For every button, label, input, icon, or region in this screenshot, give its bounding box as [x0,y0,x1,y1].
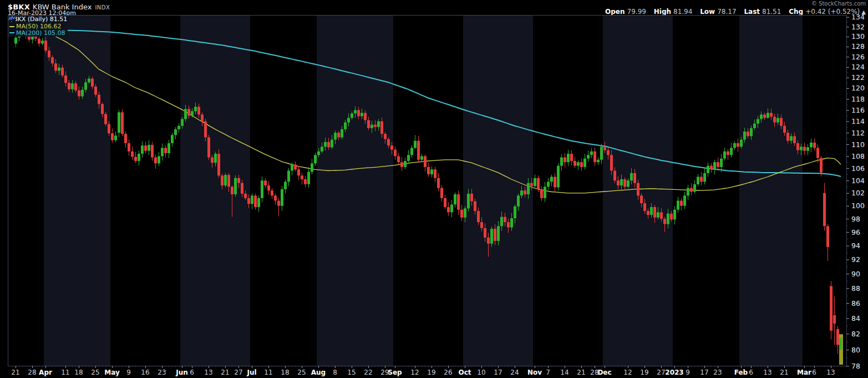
y-axis-label: 106 [851,164,865,173]
y-axis-label: 126 [851,53,865,61]
x-axis-week-label: 10 [477,369,485,376]
y-axis-label: 108 [851,152,865,160]
y-axis-label: 96 [851,228,860,236]
x-axis-week-label: 22 [364,369,372,376]
x-axis-month-label: Sep [388,369,402,376]
x-axis-month-label: Oct [458,369,471,376]
y-axis-label: 98 [851,215,860,223]
y-axis-label: 82 [851,330,860,338]
y-axis-label: 132 [851,23,865,31]
y-axis-label: 128 [851,42,865,51]
x-axis-week-label: 7 [546,369,550,376]
y-axis-label: 134 [851,13,865,21]
x-axis-month-label: Aug [311,369,326,376]
x-axis-week-label: 6 [812,369,816,376]
x-axis: 2128Apr111825May91623Jun6132127Jul111825… [11,366,841,376]
x-axis-week-label: 25 [91,369,99,376]
candlesticks [14,24,843,365]
x-axis-week-label: 9 [126,369,131,376]
x-axis-week-label: 16 [141,369,149,376]
x-axis-week-label: 11 [264,369,272,376]
x-axis-week-label: 28 [28,369,36,376]
y-axis-label: 94 [851,241,860,250]
ma50-dash-icon [9,26,14,27]
y-axis-label: 92 [851,255,860,264]
x-axis-week-label: 19 [640,369,648,376]
legend-ma200-label: MA(200) 105.08 [16,30,65,36]
x-axis-week-label: 18 [281,369,289,376]
x-axis-month-label: Mar [797,369,811,376]
x-axis-week-label: 21 [221,369,229,376]
y-axis-label: 84 [851,314,860,322]
y-axis-label: 110 [851,140,865,149]
y-axis-label: 112 [851,129,865,137]
y-axis-label: 80 [851,346,860,354]
x-axis-week-label: 13 [826,369,835,376]
ma200-dash-icon [9,32,14,33]
x-axis-week-label: 25 [297,369,306,376]
x-axis-week-label: 12 [623,369,632,376]
x-axis-week-label: 19 [427,369,435,376]
x-axis-month-label: Feb [734,369,748,376]
legend-symbol-label: $BKX (Daily) 81.51 [9,16,67,22]
x-axis-week-label: 23 [158,369,166,376]
y-axis-label: 116 [851,106,865,114]
x-axis-week-label: 11 [61,369,69,376]
x-axis-week-label: 21 [577,369,585,376]
x-axis-week-label: 14 [560,369,568,376]
y-axis-label: 102 [851,189,865,197]
x-axis-month-label: Jul [246,369,256,376]
plot-frame [8,16,847,366]
x-axis-week-label: 26 [444,369,452,376]
y-axis-label: 114 [851,117,865,125]
y-axis-label: 124 [851,63,865,71]
x-axis-week-label: 27 [657,369,665,376]
y-axis-label: 86 [851,299,860,308]
x-axis-week-label: 13 [204,369,212,376]
x-axis-week-label: 17 [700,369,708,376]
x-axis-month-label: Dec [597,369,611,376]
y-axis-label: 118 [851,95,865,103]
y-axis-label: 100 [851,201,865,210]
y-axis-label: 88 [851,284,860,293]
x-axis-week-label: 21 [780,369,788,376]
x-axis-week-label: 6 [190,369,194,376]
x-axis-week-label: 13 [763,369,771,376]
y-axis-label: 122 [851,73,865,82]
chart-legend: $BKX (Daily) 81.51 MA(50) 106.62 MA(200)… [8,16,69,35]
x-axis-month-label: Apr [39,369,52,376]
stockcharts-daily-chart: $BKXKBW Bank IndexINDX 16-Mar-2023 12:04… [0,0,868,378]
x-axis-month-label: Jun [175,369,188,376]
y-axis-label: 78 [851,362,860,370]
x-axis-week-label: 6 [749,369,753,376]
chart-canvas: 2128Apr111825May91623Jun6132127Jul111825… [0,0,868,378]
x-axis-week-label: 8 [333,369,337,376]
x-axis-week-label: 12 [410,369,419,376]
legend-item-ma200: MA(200) 105.08 [8,29,68,37]
x-axis-month-label: May [104,369,120,376]
y-axis: 7880828486889092949698100102104106108110… [846,13,865,370]
y-axis-label: 104 [851,177,865,185]
stockcharts-logo-icon [8,16,16,21]
x-axis-month-label: 2023 [665,369,683,376]
x-axis-week-label: 24 [510,369,519,376]
x-axis-week-label: 27 [234,369,242,376]
x-axis-week-label: 15 [347,369,356,376]
y-axis-label: 90 [851,270,860,278]
y-axis-label: 130 [851,32,865,41]
y-axis-label: 120 [851,84,865,92]
x-axis-week-label: 21 [11,369,19,376]
x-axis-week-label: 18 [74,369,83,376]
x-axis-month-label: Nov [527,369,542,376]
x-axis-week-label: 17 [494,369,502,376]
x-axis-week-label: 23 [713,369,722,376]
x-axis-week-label: 9 [686,369,690,376]
